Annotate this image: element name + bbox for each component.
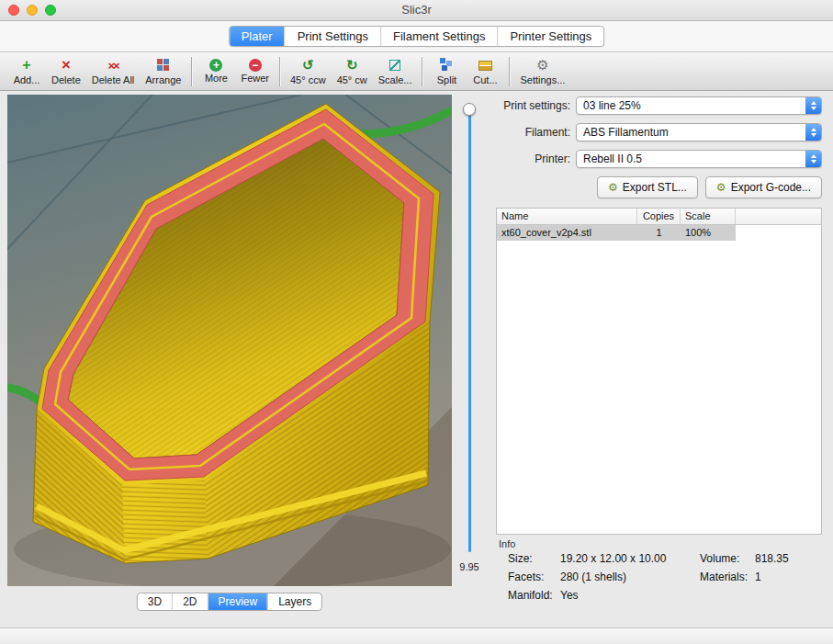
export-stl-button[interactable]: Export STL...	[597, 176, 698, 198]
table-row[interactable]: xt60_cover_v2p4.stl 1 100%	[497, 225, 736, 241]
3d-viewport[interactable]	[7, 95, 452, 586]
window-title: Slic3r	[0, 3, 833, 17]
delete-all-button[interactable]: Delete All	[86, 56, 140, 87]
select-stepper-icon	[805, 97, 821, 114]
tab-plater[interactable]: Plater	[230, 27, 285, 46]
settings-button[interactable]: Settings...	[514, 56, 570, 87]
printer-select[interactable]: Rebell II 0.5	[576, 150, 822, 168]
cut-button[interactable]: Cut...	[466, 56, 504, 87]
info-materials-label: Materials:	[700, 568, 748, 586]
print-settings-label: Print settings:	[496, 99, 576, 112]
export-gcode-button[interactable]: Export G-code...	[705, 176, 822, 198]
info-manifold-label: Manifold:	[508, 586, 553, 604]
delete-all-icon	[107, 58, 118, 73]
rotate-ccw-icon	[302, 58, 314, 73]
view-tab-layers[interactable]: Layers	[267, 593, 321, 610]
scale-icon	[389, 58, 400, 73]
tab-strip: Plater Print Settings Filament Settings …	[0, 21, 833, 51]
delete-button[interactable]: Delete	[46, 56, 86, 87]
export-buttons: Export STL... Export G-code...	[496, 176, 822, 198]
select-stepper-icon	[805, 124, 821, 141]
add-icon	[22, 58, 30, 73]
toolbar-separator	[422, 57, 422, 86]
main-content: 9.95 3D 2D Preview Layers Print settings…	[0, 92, 833, 628]
export-gcode-icon	[716, 181, 726, 194]
info-section-title: Info	[499, 538, 515, 549]
cell-name: xt60_cover_v2p4.stl	[497, 225, 637, 241]
arrange-button[interactable]: Arrange	[140, 56, 186, 87]
add-button[interactable]: Add...	[7, 56, 46, 87]
info-size-value: 19.20 x 12.00 x 10.00	[560, 549, 666, 568]
settings-icon	[536, 58, 548, 73]
column-header-scale: Scale	[681, 209, 736, 224]
filament-select[interactable]: ABS Fillamentum	[576, 123, 822, 141]
toolbar-separator	[509, 57, 510, 86]
layer-slider-thumb[interactable]	[463, 103, 476, 116]
column-header-name: Name	[497, 209, 637, 224]
info-materials-value: 1	[755, 568, 761, 586]
column-header-copies: Copies	[637, 209, 681, 224]
more-button[interactable]: More	[197, 57, 235, 85]
status-bar	[0, 627, 833, 644]
toolbar-separator	[191, 57, 192, 86]
layer-slider: 9.95	[457, 95, 481, 586]
print-settings-select[interactable]: 03 line 25%	[576, 96, 822, 115]
view-tab-2d[interactable]: 2D	[172, 593, 207, 610]
slic3r-window: Slic3r Plater Print Settings Filament Se…	[0, 0, 833, 644]
layer-slider-value: 9.95	[452, 561, 487, 572]
objects-table: Name Copies Scale xt60_cover_v2p4.stl 1 …	[496, 208, 822, 535]
more-icon	[209, 59, 222, 72]
select-stepper-icon	[805, 151, 821, 167]
filament-label: Filament:	[496, 126, 576, 139]
printer-label: Printer:	[496, 153, 576, 165]
fewer-button[interactable]: Fewer	[235, 57, 275, 85]
fewer-icon	[249, 59, 262, 72]
toolbar-separator	[279, 57, 280, 86]
rotate-cw-button[interactable]: 45° cw	[332, 56, 373, 87]
info-facets-label: Facets:	[508, 568, 544, 586]
info-manifold-value: Yes	[560, 586, 579, 604]
column-header-filler	[736, 209, 821, 224]
view-mode-tabs: 3D 2D Preview Layers	[137, 593, 322, 611]
info-panel: Size: 19.20 x 12.00 x 10.00 Volume: 818.…	[496, 549, 822, 614]
info-facets-value: 280 (1 shells)	[560, 568, 626, 586]
toolbar: Add... Delete Delete All Arrange More Fe…	[0, 51, 833, 91]
info-volume-label: Volume:	[700, 549, 739, 568]
printer-row: Printer: Rebell II 0.5	[496, 150, 822, 168]
scale-button[interactable]: Scale...	[373, 56, 418, 87]
tab-filament-settings[interactable]: Filament Settings	[380, 27, 497, 46]
rotate-cw-icon	[346, 58, 358, 73]
cut-icon	[478, 58, 492, 73]
split-icon	[444, 58, 449, 73]
print-settings-row: Print settings: 03 line 25%	[496, 96, 822, 115]
view-tab-3d[interactable]: 3D	[138, 593, 172, 610]
export-stl-icon	[608, 181, 618, 194]
objects-table-header: Name Copies Scale	[497, 209, 821, 225]
split-button[interactable]: Split	[427, 56, 466, 87]
arrange-icon	[161, 58, 166, 73]
layer-slider-track[interactable]	[468, 104, 471, 552]
preview-canvas	[7, 95, 452, 586]
info-size-label: Size:	[508, 549, 533, 568]
tab-print-settings[interactable]: Print Settings	[285, 27, 380, 46]
cell-scale: 100%	[681, 225, 736, 241]
main-tabs: Plater Print Settings Filament Settings …	[229, 26, 605, 47]
rotate-ccw-button[interactable]: 45° ccw	[285, 56, 332, 87]
tab-printer-settings[interactable]: Printer Settings	[497, 27, 603, 46]
titlebar: Slic3r	[0, 0, 833, 21]
cell-copies: 1	[637, 225, 681, 241]
info-volume-value: 818.35	[755, 549, 789, 568]
filament-row: Filament: ABS Fillamentum	[496, 123, 822, 141]
delete-icon	[62, 58, 71, 73]
view-tab-preview[interactable]: Preview	[207, 593, 267, 610]
